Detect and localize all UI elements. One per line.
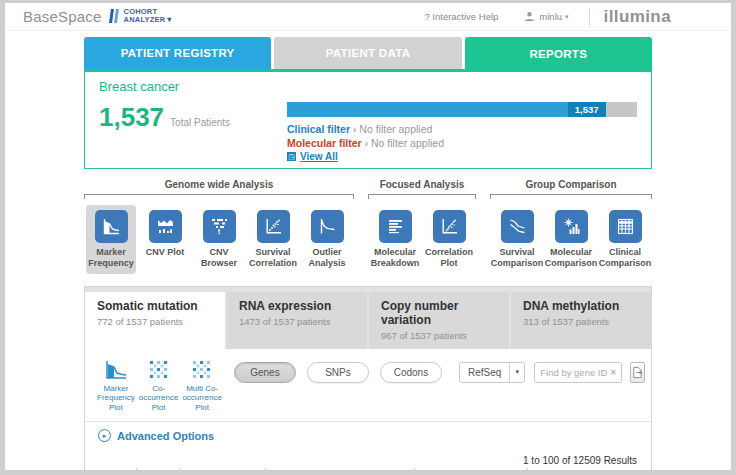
molecular-comparison-icon [555,210,588,243]
total-patients-count: 1,537 [99,102,164,133]
gene-search-box: × [534,362,622,383]
tab-somatic-mutation[interactable]: Somatic mutation 772 of 1537 patients [85,292,225,349]
plot-type-marker-frequency[interactable]: Marker Frequency Plot [97,358,135,413]
co-occurrence-plot-icon [147,358,171,382]
basespace-logo: BaseSpace COHORT ANALYZER▾ [23,8,172,25]
col-mutation-frequency: Mutation frequency [265,468,414,470]
patient-count-bar-label: 1,537 [568,102,606,117]
plot-toolbar: Marker Frequency Plot Co-occurrence Plot [85,349,651,415]
total-patients: 1,537 Total Patients [99,102,287,162]
top-bar: BaseSpace COHORT ANALYZER▾ ? Interactive… [5,3,731,31]
group-group-comparison: Group Comparison Survival Comparison [490,179,652,274]
tab-patient-registry[interactable]: PATIENT REGISTRY [84,37,271,69]
marker-kind-pills: Genes SNPs Codons [234,362,453,383]
export-results-button[interactable] [630,362,645,383]
tab-rna-expression[interactable]: RNA expression 1473 of 1537 patients [227,292,367,349]
patient-count-bar: 1,537 [287,102,637,117]
outlier-analysis-icon [311,210,344,243]
chevron-down-icon: ▾ [565,13,569,21]
total-patients-label: Total Patients [170,117,230,128]
tab-reports[interactable]: REPORTS [465,37,652,71]
molecular-breakdown-icon [379,210,412,243]
analysis-correlation-plot[interactable]: Correlation Plot [424,205,474,274]
chevron-right-icon: › [365,138,368,149]
results-summary: 1 to 100 of 12509 Results [85,449,651,468]
product-name[interactable]: COHORT ANALYZER▾ [124,8,172,25]
clinical-comparison-icon [609,210,642,243]
molecular-filter-value: No filter applied [371,137,444,149]
group-genome-wide-analysis: Genome wide Analysis Marker Frequency [84,179,354,274]
results-header-row: Graph Export Gene name Mutation frequenc… [98,468,638,470]
cohort-title: Breast cancer [99,79,637,94]
cohort-panel: Breast cancer 1,537 Total Patients 1,537… [84,69,652,169]
molecular-filter-row[interactable]: Molecular filter›No filter applied [287,137,637,150]
pill-codons[interactable]: Codons [380,362,442,383]
multi-co-occurrence-plot-icon [190,358,214,382]
plot-type-co-occurrence[interactable]: Co-occurrence Plot [139,358,179,413]
group-focused-analysis: Focused Analysis Molecular Breakdown [368,179,476,274]
clinical-filter-link[interactable]: Clinical filter [287,123,350,135]
group-bracket [490,194,652,199]
pill-genes[interactable]: Genes [234,362,296,383]
advanced-options-toggle[interactable]: ▸ Advanced Options [85,421,651,449]
chevron-down-icon: ▾ [509,363,524,382]
user-icon [524,11,535,22]
tab-copy-number-variation[interactable]: Copy number variation 967 of 1537 patien… [369,292,509,349]
report-panel: Somatic mutation 772 of 1537 patients RN… [84,286,652,470]
tab-patient-data[interactable]: PATIENT DATA [274,37,461,69]
analysis-molecular-comparison[interactable]: Molecular Comparison [546,205,596,274]
results-table: Graph Export Gene name Mutation frequenc… [98,468,638,470]
view-all-link[interactable]: ◳ View All [287,151,637,162]
chevron-down-icon: ▾ [167,15,171,24]
cnv-browser-icon [203,210,236,243]
analysis-cnv-plot[interactable]: CNV Plot [140,205,190,274]
analysis-survival-correlation[interactable]: Survival Correlation [248,205,298,274]
analysis-survival-comparison[interactable]: Survival Comparison [492,205,542,274]
brand-divider-icon [110,9,118,23]
survival-correlation-icon [257,210,290,243]
export-icon [631,366,644,379]
col-graph: Graph [98,468,136,470]
gene-db-dropdown[interactable]: RefSeq ▾ [459,362,525,383]
illumina-logo: illumina [604,7,731,27]
molecular-filter-link[interactable]: Molecular filter [287,137,362,149]
data-type-tabs: Somatic mutation 772 of 1537 patients RN… [85,287,651,349]
clear-search-icon[interactable]: × [610,367,616,378]
clinical-filter-value: No filter applied [359,123,432,135]
user-name: minlu [539,11,562,22]
app-window: BaseSpace COHORT ANALYZER▾ ? Interactive… [5,3,731,470]
analysis-outlier-analysis[interactable]: Outlier Analysis [302,205,352,274]
correlation-plot-icon [433,210,466,243]
user-menu[interactable]: minlu ▾ [524,11,568,22]
col-mutant-wildtype: Mutant / Wildtype + Silent [527,468,638,470]
cnv-plot-icon [149,210,182,243]
group-bracket [84,194,354,199]
divider [589,8,590,26]
analysis-toolbar: Genome wide Analysis Marker Frequency [84,179,652,274]
tab-dna-methylation[interactable]: DNA methylation 313 of 1537 patients [511,292,651,349]
analysis-cnv-browser[interactable]: CNV Browser [194,205,244,274]
main-tab-bar: PATIENT REGISTRY PATIENT DATA REPORTS [84,37,652,69]
group-bracket [368,194,476,199]
gene-search-input[interactable] [540,367,610,378]
analysis-molecular-breakdown[interactable]: Molecular Breakdown [370,205,420,274]
plot-type-multi-co-occurrence[interactable]: Multi Co-occurrence Plot [182,358,222,413]
analysis-clinical-comparison[interactable]: Clinical Comparison [600,205,650,274]
brand-name: BaseSpace [23,8,102,25]
interactive-help-link[interactable]: ? Interactive Help [424,11,498,22]
analysis-marker-frequency[interactable]: Marker Frequency [86,205,136,274]
survival-comparison-icon [501,210,534,243]
col-export: Export [136,468,180,470]
pill-snps[interactable]: SNPs [307,362,369,383]
col-gene-name: Gene name [181,468,266,470]
expand-arrow-icon: ▸ [98,429,111,442]
marker-frequency-plot-icon [103,358,129,382]
view-all-icon: ◳ [287,152,296,161]
clinical-filter-row[interactable]: Clinical filter›No filter applied [287,123,637,136]
chevron-right-icon: › [353,124,356,135]
marker-frequency-icon [95,210,128,243]
col-mutation-frequency-pct: Mutation frequency (%) [414,468,527,470]
